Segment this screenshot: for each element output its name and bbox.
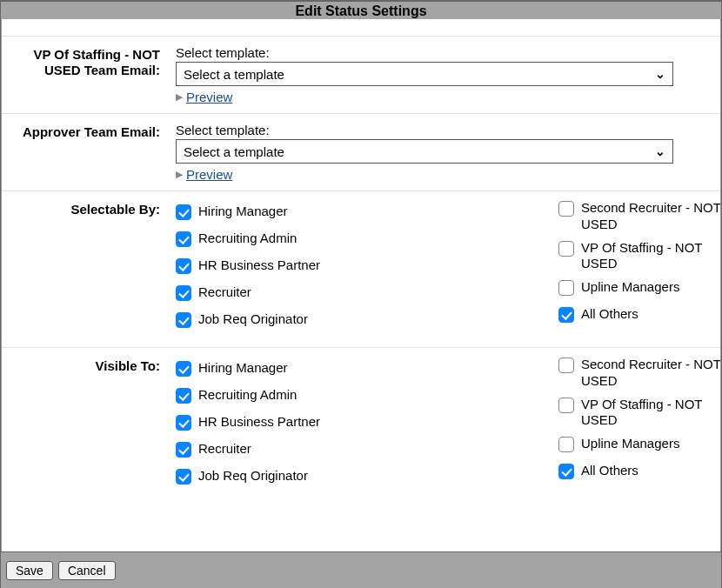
visible-option-all-others: All Others (558, 463, 721, 479)
checkbox-hr-business-partner[interactable] (176, 415, 191, 431)
selectable-option-recruiter: Recruiter (176, 284, 532, 301)
checkbox-label: Job Req Originator (198, 311, 308, 328)
select-value: Select a template (184, 144, 284, 159)
previous-field-row (2, 19, 720, 37)
visible-option-upline-managers: Upline Managers (558, 436, 721, 452)
visible-option-vp-of-staffing-not-used: VP Of Staffing - NOT USED (558, 397, 721, 430)
checkbox-hiring-manager[interactable] (176, 204, 191, 220)
checkbox-upline-managers[interactable] (558, 437, 574, 452)
visible-option-recruiter: Recruiter (176, 441, 532, 458)
checkbox-label: Recruiting Admin (198, 387, 297, 404)
checkbox-vp-of-staffing-not-used[interactable] (558, 398, 574, 413)
vp-staffing-preview-link[interactable]: Preview (186, 90, 232, 104)
modal-edit-status-settings: Edit Status Settings VP Of Staffing - NO… (0, 0, 722, 588)
vp-staffing-team-email-row: VP Of Staffing - NOT USED Team Email: Se… (2, 37, 720, 114)
selectable-option-job-req-originator: Job Req Originator (176, 311, 532, 328)
visible-to-row: Visible To: Hiring ManagerRecruiting Adm… (2, 348, 720, 504)
checkbox-hiring-manager[interactable] (176, 361, 191, 377)
checkbox-label: VP Of Staffing - NOT USED (581, 397, 721, 430)
select-template-label: Select template: (176, 45, 710, 60)
checkbox-recruiter[interactable] (176, 442, 191, 458)
checkbox-label: VP Of Staffing - NOT USED (581, 240, 721, 273)
checkbox-job-req-originator[interactable] (176, 312, 191, 328)
selectable-option-hiring-manager: Hiring Manager (176, 204, 532, 220)
visible-option-job-req-originator: Job Req Originator (176, 468, 532, 484)
selectable-option-recruiting-admin: Recruiting Admin (176, 231, 532, 247)
checkbox-all-others[interactable] (558, 307, 574, 323)
checkbox-label: Upline Managers (581, 436, 679, 452)
selectable-option-hr-business-partner: HR Business Partner (176, 257, 532, 274)
modal-footer: Save Cancel (1, 551, 721, 588)
checkbox-label: Hiring Manager (198, 360, 288, 377)
checkbox-label: All Others (581, 306, 638, 323)
cancel-button[interactable]: Cancel (58, 561, 116, 580)
select-value: Select a template (184, 67, 284, 82)
selectable-option-all-others: All Others (558, 306, 721, 323)
selectable-by-label: Selectable By: (2, 198, 169, 340)
triangle-right-icon: ▶ (176, 169, 183, 180)
selectable-left-column: Hiring ManagerRecruiting AdminHR Busines… (176, 200, 532, 338)
save-button[interactable]: Save (6, 561, 53, 580)
approver-template-select[interactable]: Select a template ⌄ (176, 139, 673, 164)
approver-team-email-row: Approver Team Email: Select template: Se… (2, 114, 720, 191)
selectable-option-upline-managers: Upline Managers (558, 279, 721, 296)
selectable-option-second-recruiter-not-used: Second Recruiter - NOT USED (558, 200, 721, 233)
triangle-right-icon: ▶ (176, 91, 183, 103)
visible-option-recruiting-admin: Recruiting Admin (176, 387, 532, 404)
checkbox-all-others[interactable] (558, 464, 574, 479)
checkbox-vp-of-staffing-not-used[interactable] (558, 241, 574, 257)
checkbox-label: Recruiting Admin (198, 231, 297, 247)
vp-staffing-email-label: VP Of Staffing - NOT USED Team Email: (2, 43, 169, 106)
checkbox-job-req-originator[interactable] (176, 469, 191, 484)
checkbox-second-recruiter-not-used[interactable] (558, 201, 574, 217)
chevron-down-icon: ⌄ (655, 144, 665, 158)
checkbox-label: Upline Managers (581, 279, 679, 296)
vp-staffing-template-select[interactable]: Select a template ⌄ (176, 62, 673, 86)
checkbox-second-recruiter-not-used[interactable] (558, 357, 574, 373)
checkbox-label: HR Business Partner (198, 414, 320, 431)
checkbox-label: Recruiter (198, 441, 251, 458)
selectable-option-vp-of-staffing-not-used: VP Of Staffing - NOT USED (558, 240, 721, 273)
select-template-label: Select template: (176, 123, 710, 137)
checkbox-recruiter[interactable] (176, 285, 191, 301)
approver-email-label: Approver Team Email: (2, 121, 169, 184)
visible-to-label: Visible To: (2, 355, 169, 497)
visible-left-column: Hiring ManagerRecruiting AdminHR Busines… (176, 357, 532, 495)
visible-option-hr-business-partner: HR Business Partner (176, 414, 532, 431)
checkbox-label: Job Req Originator (198, 468, 308, 484)
approver-preview-link[interactable]: Preview (186, 167, 232, 182)
checkbox-label: HR Business Partner (198, 257, 320, 274)
visible-option-hiring-manager: Hiring Manager (176, 360, 532, 377)
checkbox-recruiting-admin[interactable] (176, 388, 191, 404)
chevron-down-icon: ⌄ (655, 67, 665, 81)
checkbox-label: All Others (581, 463, 638, 479)
checkbox-label: Recruiter (198, 284, 251, 301)
checkbox-recruiting-admin[interactable] (176, 231, 191, 247)
checkbox-label: Second Recruiter - NOT USED (581, 357, 721, 390)
visible-right-column: Second Recruiter - NOT USEDVP Of Staffin… (558, 357, 721, 495)
modal-body: VP Of Staffing - NOT USED Team Email: Se… (1, 19, 721, 551)
checkbox-label: Hiring Manager (198, 204, 288, 220)
selectable-by-row: Selectable By: Hiring ManagerRecruiting … (2, 191, 720, 348)
selectable-right-column: Second Recruiter - NOT USEDVP Of Staffin… (558, 200, 721, 338)
checkbox-hr-business-partner[interactable] (176, 258, 191, 274)
checkbox-upline-managers[interactable] (558, 280, 574, 296)
visible-option-second-recruiter-not-used: Second Recruiter - NOT USED (558, 357, 721, 390)
checkbox-label: Second Recruiter - NOT USED (581, 200, 721, 233)
